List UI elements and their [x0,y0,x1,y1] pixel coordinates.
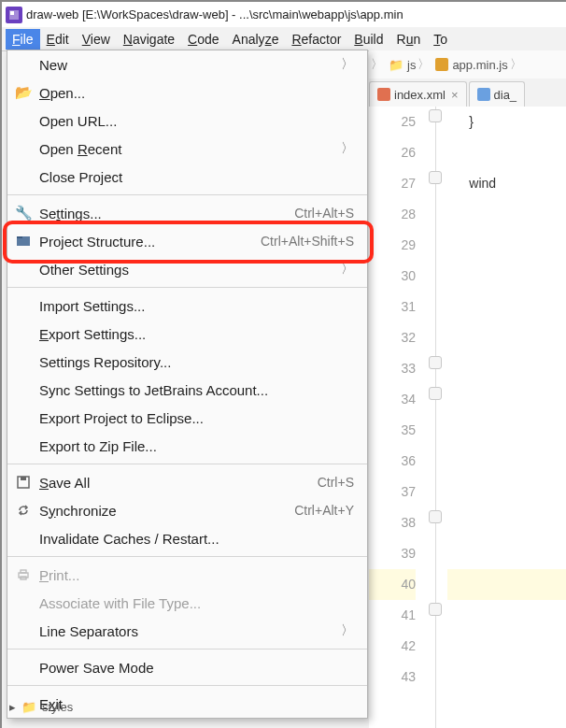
submenu-arrow-icon: 〉 [341,56,354,73]
project-tree-item[interactable]: ▸ 📁 styles [9,694,566,719]
file-menu-dropdown: New〉 📂 Open... Open URL... Open Recent〉 … [7,50,368,719]
menu-more[interactable]: To [427,29,454,50]
navigation-breadcrumb: 〉 📁 js 〉 app.min.js 〉 [369,50,566,79]
js-file-icon [435,58,448,71]
folder-icon: 📁 [389,58,403,72]
editor-tab-label: dia_ [494,88,517,102]
svg-rect-5 [21,477,26,480]
menu-separator [7,194,367,195]
submenu-arrow-icon: 〉 [341,261,354,278]
menu-item-synchronize[interactable]: SynchronizeCtrl+Alt+Y [7,496,367,524]
menu-item-settings[interactable]: 🔧 Settings...Ctrl+Alt+S [7,199,367,227]
menu-separator [7,556,367,557]
menu-edit[interactable]: Edit [40,29,76,50]
fold-marker-icon[interactable] [429,171,442,184]
app-icon [6,7,22,23]
file-icon [477,88,490,101]
submenu-arrow-icon: 〉 [341,622,354,639]
chevron-right-icon: 〉 [510,56,522,73]
folder-icon: 📁 [21,700,36,714]
sync-icon [15,502,32,519]
menu-item-import-settings[interactable]: Import Settings... [7,292,367,320]
editor-tabs: index.xml × dia_ [369,79,566,107]
menu-separator [7,685,367,686]
print-icon [15,566,32,583]
fold-marker-icon[interactable] [429,603,442,616]
menu-file[interactable]: File [6,29,40,50]
chevron-right-icon: 〉 [371,56,383,73]
menu-item-open-url[interactable]: Open URL... [7,107,367,135]
editor-tab-dia[interactable]: dia_ [469,81,526,107]
menu-code[interactable]: Code [181,29,225,50]
window-titlebar: draw-web [E:\WorkSpaces\draw-web] - ...\… [2,2,566,27]
menu-run[interactable]: Run [390,29,428,50]
main-menubar: File Edit View Navigate Code Analyze Ref… [2,27,566,51]
menu-view[interactable]: View [76,29,117,50]
menu-item-sync-jetbrains[interactable]: Sync Settings to JetBrains Account... [7,376,367,404]
menu-item-save-all[interactable]: Save AllCtrl+S [7,468,367,496]
breadcrumb-file[interactable]: app.min.js [452,58,507,72]
menu-refactor[interactable]: Refactor [285,29,347,50]
editor-tab-label: index.xml [394,88,446,102]
editor-tab-index[interactable]: index.xml × [369,81,467,107]
project-structure-icon [15,233,32,250]
menu-navigate[interactable]: Navigate [117,29,181,50]
menu-item-power-save[interactable]: Power Save Mode [7,653,367,681]
menu-item-close-project[interactable]: Close Project [7,163,367,191]
chevron-right-icon: 〉 [417,56,430,73]
menu-item-line-separators[interactable]: Line Separators〉 [7,617,367,645]
menu-item-project-structure[interactable]: Project Structure...Ctrl+Alt+Shift+S [7,227,367,255]
fold-marker-icon[interactable] [429,356,442,369]
menu-build[interactable]: Build [347,29,389,50]
fold-marker-icon[interactable] [429,109,442,122]
menu-item-settings-repository[interactable]: Settings Repository... [7,348,367,376]
save-icon [15,474,32,491]
open-folder-icon: 📂 [15,84,32,101]
menu-analyze[interactable]: Analyze [226,29,286,50]
menu-item-print: Print... [7,561,367,589]
menu-separator [7,649,367,649]
line-number-gutter: 25262728293031323334353637383940414243 [369,107,425,728]
window-title: draw-web [E:\WorkSpaces\draw-web] - ...\… [26,7,403,21]
fold-marker-icon[interactable] [429,387,442,400]
code-editor[interactable]: 25262728293031323334353637383940414243 }… [369,107,566,728]
close-icon[interactable]: × [451,88,459,102]
menu-item-invalidate-caches[interactable]: Invalidate Caches / Restart... [7,524,367,552]
menu-item-new[interactable]: New〉 [7,50,367,79]
breadcrumb-folder[interactable]: js [407,58,416,72]
code-content[interactable]: } wind [447,107,566,728]
svg-rect-7 [21,570,26,573]
menu-separator [7,287,367,288]
fold-marker-icon[interactable] [429,510,442,523]
menu-separator [7,464,367,464]
menu-item-other-settings[interactable]: Other Settings〉 [7,255,367,283]
menu-item-export-settings[interactable]: Export Settings... [7,320,367,348]
xml-file-icon [377,88,390,101]
fold-gutter [425,107,447,728]
chevron-right-icon: ▸ [9,700,16,714]
menu-item-associate-file-type: Associate with File Type... [7,589,367,617]
svg-rect-1 [10,11,14,15]
menu-item-open-recent[interactable]: Open Recent〉 [7,135,367,163]
tree-item-label: styles [42,700,73,714]
menu-item-open[interactable]: 📂 Open... [7,79,367,107]
svg-rect-3 [17,236,22,238]
menu-item-export-eclipse[interactable]: Export Project to Eclipse... [7,404,367,432]
submenu-arrow-icon: 〉 [341,140,354,157]
menu-item-export-zip[interactable]: Export to Zip File... [7,432,367,460]
wrench-icon: 🔧 [15,205,32,221]
